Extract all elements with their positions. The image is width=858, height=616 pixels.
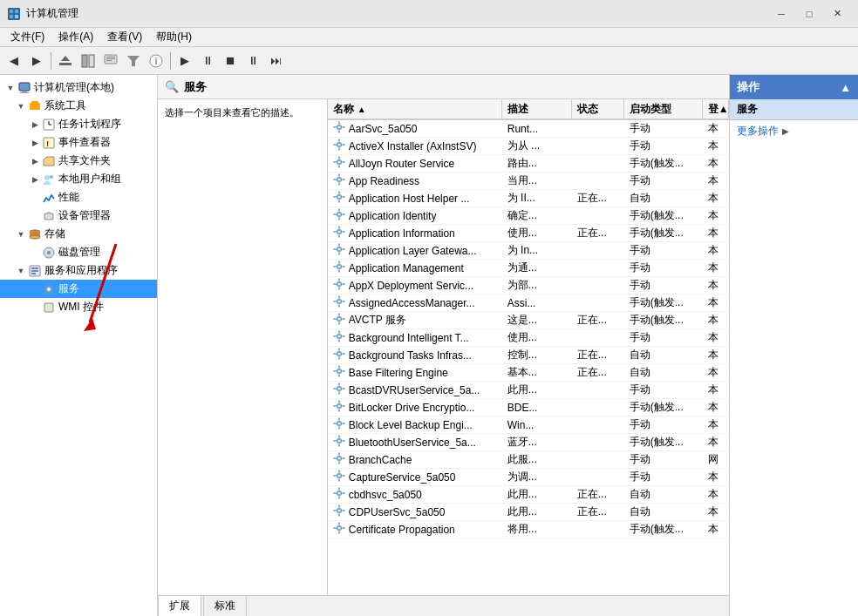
menu-file[interactable]: 文件(F) <box>3 28 51 46</box>
toolbar-pause[interactable]: ⏸ <box>197 51 218 71</box>
col-desc[interactable]: 描述 <box>502 99 572 118</box>
toolbar-start[interactable]: ▶ <box>174 51 195 71</box>
table-row[interactable]: AllJoyn Router Service 路由...手动(触发...本 <box>328 155 729 173</box>
maximize-button[interactable]: □ <box>795 0 823 28</box>
col-status[interactable]: 状态 <box>572 99 624 118</box>
table-row[interactable]: App Readiness 当用...手动本 <box>328 173 729 190</box>
table-row[interactable]: Certificate Propagation 将用...手动(触发...本 <box>328 521 729 538</box>
svg-rect-81 <box>342 213 344 215</box>
col-extra[interactable]: 登▲ <box>703 99 729 118</box>
table-row[interactable]: BranchCache 此服...手动网 <box>328 451 729 469</box>
svg-rect-163 <box>338 462 340 464</box>
toolbar-back[interactable]: ◀ <box>3 51 24 71</box>
svg-rect-86 <box>333 231 336 233</box>
menu-action[interactable]: 操作(A) <box>51 28 100 46</box>
table-row[interactable]: BcastDVRUserService_5a... 此用...手动本 <box>328 382 729 399</box>
minimize-button[interactable]: ─ <box>767 0 795 28</box>
sidebar-root[interactable]: ▼ 计算机管理(本地) <box>0 78 157 97</box>
root-label: 计算机管理(本地) <box>34 80 114 95</box>
sidebar-disk-mgr[interactable]: ▶ 磁盘管理 <box>0 243 157 261</box>
service-status-cell <box>572 260 624 276</box>
actions-panel: 操作 ▲ 服务 更多操作 ▶ <box>729 75 858 616</box>
service-extra-cell: 本 <box>703 347 729 363</box>
svg-rect-111 <box>342 301 344 302</box>
svg-rect-140 <box>333 388 336 389</box>
sidebar-event-viewer[interactable]: ▶ ! 事件查看器 <box>0 133 157 152</box>
table-row[interactable]: Background Intelligent T... 使用...手动本 <box>328 329 729 347</box>
svg-point-47 <box>337 126 340 129</box>
table-row[interactable]: ActiveX Installer (AxInstSV) 为从 ...手动本 <box>328 138 729 155</box>
toolbar-forward[interactable]: ▶ <box>26 51 47 71</box>
action-more-operations[interactable]: 更多操作 ▶ <box>730 120 858 142</box>
service-status-cell <box>572 207 624 224</box>
table-row[interactable]: AVCTP 服务 这是...正在...手动(触发...本 <box>328 312 729 329</box>
table-row[interactable]: AssignedAccessManager... Assi...手动(触发...… <box>328 294 729 312</box>
svg-rect-72 <box>338 192 340 194</box>
svg-rect-116 <box>333 318 336 320</box>
sidebar-wmi[interactable]: ▶ WMI 控件 <box>0 298 157 316</box>
table-row[interactable]: Application Information 使用...正在...手动(触发.… <box>328 225 729 242</box>
svg-rect-127 <box>338 357 340 360</box>
service-startup-cell: 手动(触发... <box>624 434 703 450</box>
svg-rect-55 <box>338 148 340 151</box>
service-name-cell: Application Information <box>328 225 502 241</box>
table-row[interactable]: Application Management 为通...手动本 <box>328 260 729 277</box>
close-button[interactable]: ✕ <box>823 0 851 28</box>
toolbar-filter[interactable] <box>123 51 144 71</box>
svg-rect-68 <box>333 179 336 180</box>
sidebar-performance[interactable]: ▶ 性能 <box>0 188 157 206</box>
table-row[interactable]: Application Host Helper ... 为 II...正在...… <box>328 190 729 207</box>
sidebar-local-users[interactable]: ▶ 本地用户和组 <box>0 170 157 188</box>
svg-rect-57 <box>342 144 344 146</box>
sidebar-services[interactable]: ▶ 服务 <box>0 280 157 298</box>
col-startup[interactable]: 启动类型 <box>624 99 703 118</box>
table-row[interactable]: Application Layer Gatewa... 为 In...手动本 <box>328 242 729 260</box>
action-label: 更多操作 <box>737 124 779 139</box>
tab-expand[interactable]: 扩展 <box>158 595 201 616</box>
service-name: Application Management <box>349 262 464 274</box>
table-row[interactable]: Base Filtering Engine 基本...正在...自动本 <box>328 364 729 382</box>
service-status-cell: 正在... <box>572 486 624 503</box>
toolbar-pause2[interactable]: ⏸ <box>242 51 263 71</box>
services-description: 选择一个项目来查看它的描述。 <box>158 99 328 595</box>
table-row[interactable]: AarSvc_5a050 Runt...手动本 <box>328 120 729 138</box>
table-body[interactable]: AarSvc_5a050 Runt...手动本 ActiveX Installe… <box>328 120 729 595</box>
sidebar-task-scheduler[interactable]: ▶ 任务计划程序 <box>0 115 157 133</box>
table-row[interactable]: Application Identity 确定...手动(触发...本 <box>328 207 729 225</box>
toolbar-stop[interactable]: ⏹ <box>220 51 241 71</box>
service-extra-cell: 网 <box>703 451 729 468</box>
tab-standard[interactable]: 标准 <box>203 595 247 616</box>
table-row[interactable]: Block Level Backup Engi... Win...手动本 <box>328 416 729 434</box>
service-startup-cell: 手动(触发... <box>624 312 703 328</box>
window-controls: ─ □ ✕ <box>767 0 851 28</box>
toolbar-properties[interactable] <box>100 51 121 71</box>
menu-view[interactable]: 查看(V) <box>100 28 149 46</box>
gear-icon <box>333 243 345 258</box>
toolbar-info[interactable]: i <box>146 51 167 71</box>
service-name-cell: AVCTP 服务 <box>328 312 502 328</box>
service-startup-cell: 手动 <box>624 277 703 294</box>
service-name-cell: BitLocker Drive Encryptio... <box>328 399 502 416</box>
table-row[interactable]: CaptureService_5a050 为调...手动本 <box>328 469 729 486</box>
table-row[interactable]: BluetoothUserService_5a... 蓝牙...手动(触发...… <box>328 434 729 451</box>
col-name[interactable]: 名称 ▲ <box>328 99 502 118</box>
svg-rect-114 <box>338 314 340 316</box>
table-row[interactable]: CDPUserSvc_5a050 此用...正在...自动本 <box>328 504 729 521</box>
sidebar-services-apps[interactable]: ▼ 服务和应用程序 <box>0 261 157 280</box>
table-row[interactable]: Background Tasks Infras... 控制...正在...自动本 <box>328 347 729 364</box>
service-startup-cell: 手动 <box>624 173 703 189</box>
sidebar-shared-folders[interactable]: ▶ 共享文件夹 <box>0 152 157 170</box>
svg-rect-3 <box>10 15 13 18</box>
toolbar-show-hide[interactable] <box>78 51 99 71</box>
toolbar-up[interactable] <box>55 51 76 71</box>
toolbar-next[interactable]: ⏭ <box>265 51 286 71</box>
sidebar-device-mgr[interactable]: ▶ 设备管理器 <box>0 206 157 225</box>
menu-help[interactable]: 帮助(H) <box>149 28 199 46</box>
sidebar-storage[interactable]: ▼ 存储 <box>0 225 157 243</box>
sidebar-sys-tools[interactable]: ▼ 系统工具 <box>0 97 157 115</box>
table-row[interactable]: AppX Deployment Servic... 为部...手动本 <box>328 277 729 294</box>
svg-rect-165 <box>342 457 344 459</box>
svg-rect-75 <box>342 196 344 198</box>
table-row[interactable]: BitLocker Drive Encryptio... BDE...手动(触发… <box>328 399 729 416</box>
table-row[interactable]: cbdhsvc_5a050 此用...正在...自动本 <box>328 486 729 504</box>
